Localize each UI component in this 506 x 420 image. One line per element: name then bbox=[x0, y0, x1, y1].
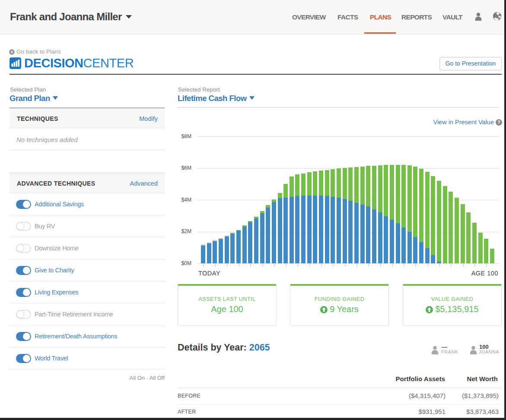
svg-text:?: ? bbox=[497, 120, 500, 125]
